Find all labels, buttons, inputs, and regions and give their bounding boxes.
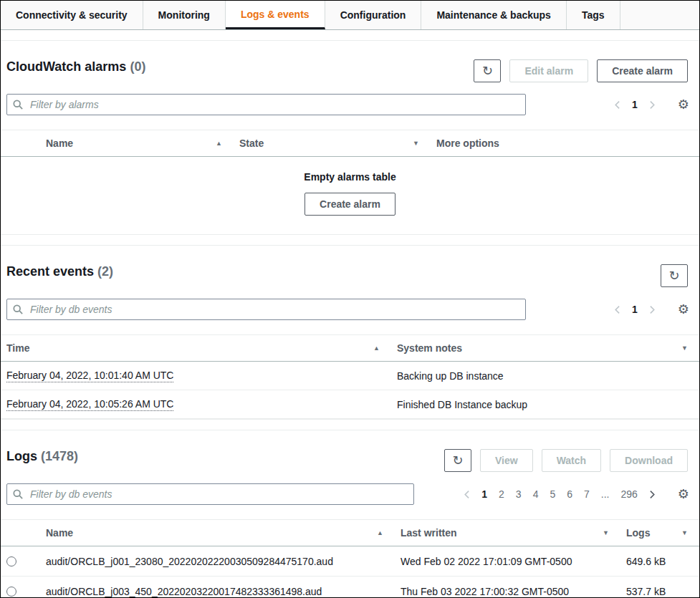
events-refresh-button[interactable]: ↻ [661, 264, 688, 287]
event-notes: Finished DB Instance backup [391, 399, 699, 410]
log-row: audit/ORCLB_j003_450_2022020322001748233… [1, 577, 699, 598]
logs-page-5[interactable]: 5 [544, 488, 561, 500]
alarms-name-column-header[interactable]: Name ▲ [40, 138, 234, 149]
tab-tags[interactable]: Tags [567, 1, 620, 29]
tab-connectivity-security[interactable]: Connectivity & security [1, 1, 143, 29]
create-alarm-button[interactable]: Create alarm [597, 59, 688, 82]
section-title-text: Recent events [6, 264, 94, 279]
logs-settings-gear-icon[interactable]: ⚙ [678, 488, 689, 501]
sort-ascending-icon: ▲ [373, 344, 380, 352]
empty-state-create-alarm-button[interactable]: Create alarm [305, 193, 395, 216]
chevron-right-icon[interactable] [643, 301, 661, 318]
refresh-icon: ↻ [452, 454, 463, 467]
log-radio-button[interactable] [6, 556, 16, 566]
chevron-left-icon[interactable] [609, 96, 626, 113]
event-notes: Backing up DB instance [391, 370, 699, 382]
logs-name-column-header[interactable]: Name ▲ [40, 527, 395, 539]
logs-count: (1478) [41, 449, 78, 463]
sort-descending-icon: ▼ [603, 529, 609, 536]
logs-size-column-header[interactable]: Logs ▼ [620, 527, 699, 539]
refresh-icon: ↻ [482, 64, 493, 77]
logs-page-1[interactable]: 1 [476, 488, 493, 500]
alarms-page-1[interactable]: 1 [626, 99, 643, 110]
logs-page-296[interactable]: 296 [615, 488, 643, 500]
event-row: February 04, 2022, 10:05:26 AM UTC Finis… [1, 390, 699, 419]
logs-table: Name ▲ Last written ▼ Logs ▼ audit/ORCLB… [1, 519, 699, 598]
logs-last-written-column-header[interactable]: Last written ▼ [395, 527, 620, 539]
section-title-text: CloudWatch alarms [6, 59, 126, 74]
refresh-icon: ↻ [668, 269, 679, 282]
sort-descending-icon: ▼ [413, 140, 419, 147]
tab-bar-filler [620, 1, 699, 29]
logs-page-6[interactable]: 6 [561, 488, 578, 500]
cloudwatch-alarms-title: CloudWatch alarms (0) [6, 59, 145, 74]
tab-maintenance-backups[interactable]: Maintenance & backups [421, 1, 567, 29]
events-filter [6, 299, 526, 320]
section-title-text: Logs [6, 449, 37, 463]
sort-descending-icon: ▼ [681, 344, 688, 352]
logs-filter [6, 483, 414, 505]
tab-bar: Connectivity & security Monitoring Logs … [1, 1, 699, 30]
events-system-notes-column-header[interactable]: System notes ▼ [391, 342, 699, 354]
log-radio-button[interactable] [6, 587, 16, 597]
logs-page-ellipsis: ... [595, 488, 615, 500]
log-size: 649.6 kB [620, 556, 699, 567]
chevron-left-icon[interactable] [459, 486, 476, 503]
recent-events-section: Recent events (2) ↻ 1 [1, 245, 699, 420]
logs-refresh-button[interactable]: ↻ [444, 449, 471, 472]
edit-alarm-button[interactable]: Edit alarm [509, 59, 588, 82]
log-size: 537.7 kB [620, 586, 699, 597]
chevron-left-icon[interactable] [609, 301, 626, 318]
event-row: February 04, 2022, 10:01:40 AM UTC Backi… [1, 362, 699, 390]
events-pagination: 1 ⚙ [609, 301, 689, 318]
alarms-filter [6, 94, 526, 115]
logs-filter-input[interactable] [6, 483, 414, 505]
alarms-settings-gear-icon[interactable]: ⚙ [678, 98, 689, 111]
alarms-more-options-column-header: More options [431, 138, 699, 149]
sort-descending-icon: ▼ [681, 529, 688, 536]
logs-page-2[interactable]: 2 [493, 488, 510, 500]
log-last-written: Wed Feb 02 2022 17:01:09 GMT-0500 [395, 556, 620, 567]
logs-section: Logs (1478) ↻ View Watch Download [1, 430, 699, 598]
alarms-empty-state: Empty alarms table Create alarm [1, 157, 699, 234]
events-count: (2) [97, 264, 113, 279]
events-time-column-header[interactable]: Time ▲ [1, 342, 391, 354]
view-log-button[interactable]: View [480, 449, 533, 472]
sort-ascending-icon: ▲ [377, 529, 383, 536]
chevron-right-icon[interactable] [643, 96, 661, 113]
log-file-name: audit/ORCLB_j001_23080_20220202220030509… [40, 556, 395, 567]
recent-events-title: Recent events (2) [6, 264, 113, 279]
download-log-button[interactable]: Download [610, 449, 688, 472]
events-filter-input[interactable] [6, 299, 526, 320]
alarms-count: (0) [130, 59, 145, 74]
events-settings-gear-icon[interactable]: ⚙ [678, 303, 689, 316]
empty-alarms-message: Empty alarms table [1, 171, 699, 183]
logs-page-3[interactable]: 3 [510, 488, 527, 500]
events-page-1[interactable]: 1 [626, 304, 643, 315]
alarms-table: Name ▲ State ▼ More options Empty alarms… [1, 130, 699, 234]
alarms-refresh-button[interactable]: ↻ [474, 59, 501, 82]
event-time: February 04, 2022, 10:01:40 AM UTC [6, 370, 173, 382]
rds-instance-details-panel: Connectivity & security Monitoring Logs … [0, 0, 700, 598]
watch-log-button[interactable]: Watch [542, 449, 601, 472]
log-file-name: audit/ORCLB_j003_450_2022020322001748233… [40, 586, 395, 597]
logs-page-4[interactable]: 4 [527, 488, 545, 500]
cloudwatch-alarms-section: CloudWatch alarms (0) ↻ Edit alarm Creat… [1, 40, 699, 235]
tab-configuration[interactable]: Configuration [325, 1, 422, 29]
alarms-pagination: 1 ⚙ [609, 96, 689, 113]
chevron-right-icon[interactable] [643, 486, 661, 503]
events-table: Time ▲ System notes ▼ February 04, 2022,… [1, 334, 699, 419]
logs-title: Logs (1478) [6, 449, 78, 464]
tab-monitoring[interactable]: Monitoring [143, 1, 226, 29]
sort-ascending-icon: ▲ [216, 140, 222, 147]
alarms-state-column-header[interactable]: State ▼ [234, 138, 431, 149]
event-time: February 04, 2022, 10:05:26 AM UTC [6, 398, 173, 411]
logs-page-7[interactable]: 7 [578, 488, 595, 500]
log-last-written: Thu Feb 03 2022 17:00:32 GMT-0500 [395, 586, 620, 597]
log-row: audit/ORCLB_j001_23080_20220202220030509… [1, 546, 699, 577]
tab-logs-events[interactable]: Logs & events [226, 1, 325, 29]
alarms-filter-input[interactable] [6, 94, 526, 115]
logs-pagination: 1 2 3 4 5 6 7 ... 296 ⚙ [459, 486, 689, 503]
